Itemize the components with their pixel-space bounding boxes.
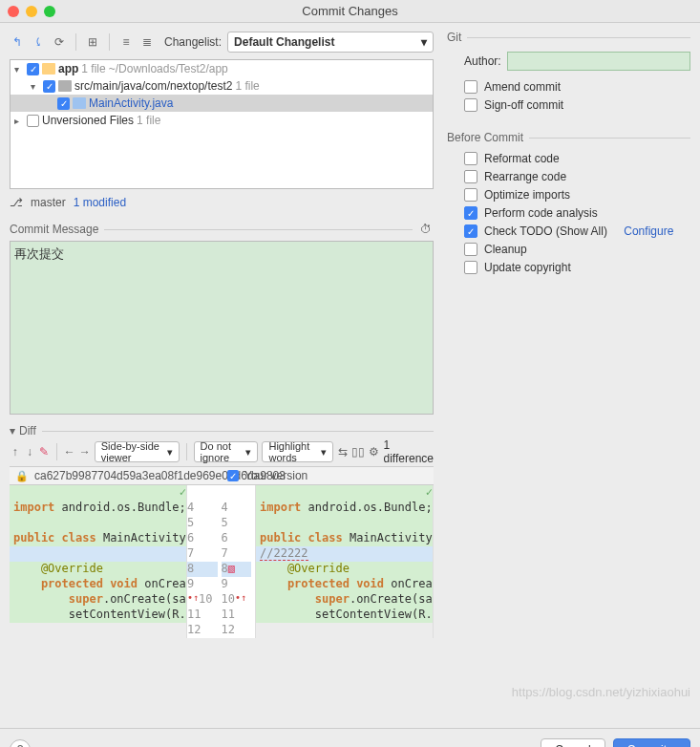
tree-node-app[interactable]: ▾ ✓ app 1 file ~/Downloads/Test2/app [11, 60, 433, 77]
ignore-combo[interactable]: Do not ignore▾ [194, 441, 259, 462]
arrow-up-icon[interactable]: ↑ [10, 444, 20, 459]
author-label: Author: [464, 54, 501, 68]
configure-link[interactable]: Configure [624, 224, 673, 238]
todo-checkbox[interactable]: ✓ [464, 224, 477, 238]
arrow-down-icon[interactable]: ↓ [24, 444, 34, 459]
revert-icon[interactable]: ↰ [10, 34, 25, 50]
branch-icon: ⎇ [10, 196, 23, 209]
modified-link[interactable]: 1 modified [74, 196, 126, 209]
watermark: https://blog.csdn.net/yizhixiaohui [512, 685, 690, 699]
expand-arrow-icon[interactable]: ▾ [31, 81, 40, 92]
maximize-window-button[interactable] [44, 6, 55, 17]
commit-message-input[interactable] [10, 241, 434, 415]
tree-node-unversioned[interactable]: ▸ Unversioned Files 1 file [11, 112, 433, 129]
commit-button[interactable]: Commit▾ [613, 738, 690, 748]
close-window-button[interactable] [8, 6, 19, 17]
chevron-down-icon: ▾ [421, 35, 427, 49]
refresh-icon[interactable]: ⟳ [52, 34, 67, 50]
arrow-right-icon[interactable]: → [79, 444, 91, 459]
sync-scroll-icon[interactable]: ▯▯ [351, 444, 365, 459]
commit-toolbar: ↰ ⤹ ⟳ ⊞ ≡ ≣ Changelist: Default Changeli… [10, 29, 434, 55]
window-title: Commit Changes [0, 4, 700, 18]
checkbox-unversioned[interactable] [27, 115, 39, 127]
checkbox-app[interactable]: ✓ [27, 63, 39, 75]
author-input[interactable] [507, 52, 690, 71]
expand-arrow-icon[interactable]: ▾ [14, 64, 24, 75]
signoff-checkbox[interactable] [464, 98, 477, 112]
reformat-checkbox[interactable] [464, 152, 477, 165]
lock-icon: 🔒 [15, 470, 29, 482]
group-icon[interactable]: ⊞ [85, 34, 100, 50]
file-tree[interactable]: ▾ ✓ app 1 file ~/Downloads/Test2/app ▾ ✓… [10, 59, 434, 189]
dialog-footer: ? Cancel Commit▾ [0, 728, 700, 747]
branch-name: master [31, 196, 66, 209]
your-version-label: Your version [244, 469, 308, 482]
diff-header[interactable]: ▾ Diff [10, 424, 434, 438]
diff-icon[interactable]: ⤹ [31, 34, 46, 50]
copyright-checkbox[interactable] [464, 261, 477, 274]
collapse-icon[interactable]: ≣ [139, 34, 155, 50]
optimize-checkbox[interactable] [464, 188, 477, 202]
history-icon[interactable]: ⏱ [418, 222, 434, 237]
git-section-title: Git [447, 31, 690, 44]
your-version-checkbox[interactable]: ✓ [227, 470, 239, 481]
changelist-label: Changelist: [164, 35, 222, 49]
diff-gutter: 4 5 6 7 8 9 •↑ 10 11 12 4 5 6 7 8 ▧ [187, 485, 256, 638]
diff-toolbar: ↑ ↓ ✎ ← → Side-by-side viewer▾ Do not ig… [10, 438, 434, 466]
diff-file-header: 🔒 ca627b9987704d59a3ea08f1de969e08d6da98… [10, 466, 434, 485]
cleanup-checkbox[interactable] [464, 243, 477, 256]
collapse-arrow-icon[interactable]: ▾ [10, 424, 15, 438]
diff-count: 1 difference [384, 438, 434, 465]
branch-bar: ⎇ master 1 modified [10, 193, 434, 212]
checkbox-file[interactable]: ✓ [57, 97, 70, 110]
diff-right-pane[interactable]: ✓ import android.os.Bundle; public class… [256, 485, 434, 638]
commit-message-header: Commit Message ⏱ [10, 222, 434, 237]
cancel-button[interactable]: Cancel [541, 738, 605, 748]
chevron-down-icon: ▾ [670, 743, 676, 748]
diff-left-pane[interactable]: ✓ import import android.os.Bundle;androi… [10, 485, 187, 638]
minimize-window-button[interactable] [26, 6, 37, 17]
arrow-left-icon[interactable]: ← [64, 444, 75, 459]
diff-body: ✓ import import android.os.Bundle;androi… [10, 485, 434, 638]
analysis-checkbox[interactable]: ✓ [464, 206, 477, 220]
tree-node-src[interactable]: ▾ ✓ src/main/java/com/nextop/test2 1 fil… [11, 77, 433, 95]
folder-icon [58, 80, 72, 92]
rearrange-checkbox[interactable] [464, 170, 477, 183]
changelist-combo[interactable]: Default Changelist ▾ [227, 32, 434, 53]
titlebar: Commit Changes [0, 0, 700, 23]
gear-icon[interactable]: ⚙ [369, 444, 379, 459]
highlighter-icon[interactable]: ✎ [39, 444, 50, 459]
amend-checkbox[interactable] [464, 80, 477, 94]
tree-node-file[interactable]: ✓ MainActivity.java [11, 95, 433, 112]
highlight-combo[interactable]: Highlight words▾ [262, 441, 332, 462]
module-icon [42, 63, 55, 75]
expand-icon[interactable]: ≡ [118, 34, 134, 50]
java-file-icon [73, 97, 86, 109]
viewer-mode-combo[interactable]: Side-by-side viewer▾ [95, 441, 180, 462]
help-button[interactable]: ? [10, 739, 31, 748]
checkbox-src[interactable]: ✓ [43, 80, 55, 93]
before-commit-title: Before Commit [447, 131, 690, 144]
expand-arrow-icon[interactable]: ▸ [14, 116, 24, 126]
collapse-all-icon[interactable]: ⇆ [337, 444, 348, 459]
